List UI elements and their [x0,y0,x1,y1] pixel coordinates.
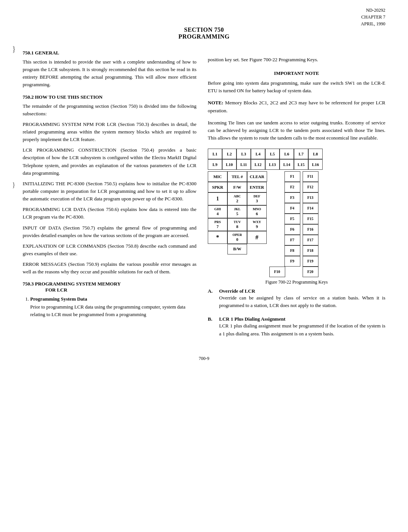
key-L9[interactable]: L9 [208,159,222,170]
section-750-2-body: The remainder of the programming section… [23,102,196,118]
key-MIC[interactable]: MIC [208,171,227,182]
key-F14[interactable]: F14 [303,203,318,214]
key-BW[interactable]: B/W [227,244,247,254]
section-title: SECTION 750 PROGRAMMING [23,26,385,40]
key-TEL[interactable]: TEL # [227,171,247,182]
key-CLEAR[interactable]: CLEAR [247,171,267,182]
key-L7[interactable]: L7 [294,149,308,159]
key-L1[interactable]: L1 [208,149,222,159]
key-F9[interactable]: F9 [284,256,300,267]
key-JKL5[interactable]: JKL 5 [227,205,247,218]
key-F20[interactable]: F20 [303,267,318,277]
keyboard-figure: L1 L2 L3 L4 L5 L6 L7 L8 L9 L10 L11 L12 [208,149,385,285]
key-F6[interactable]: F6 [284,224,300,235]
kb-row-mic: MIC TEL # CLEAR [208,171,267,182]
key-ABC2[interactable]: ABC 2 [227,192,247,205]
key-L14[interactable]: L14 [280,159,294,170]
kb-row-F4: F4 [269,203,300,214]
key-F18[interactable]: F18 [303,245,318,256]
f-keys-column: F1 F2 F3 F4 [269,171,300,277]
key-GHI4[interactable]: GHI 4 [208,205,227,218]
key-star[interactable]: * [208,231,227,244]
key-L6[interactable]: L6 [280,149,294,159]
para-750-4: LCR PROGRAMMING CONSTRUCTION (Section 75… [23,146,196,177]
kb-row-123: 1 ABC 2 DEF 3 [208,192,267,205]
kb-row-F6: F6 [269,224,300,235]
header-line1: ND-20292 [361,7,385,14]
key-ENTER[interactable]: ENTER [247,182,267,192]
section-A: A. Override of LCR Override can be assig… [208,288,385,312]
section-B: B. LCR 1 Plus Dialing Assignment LCR 1 p… [208,316,385,340]
key-F12[interactable]: F12 [303,182,318,192]
key-SPKR[interactable]: SPKR [208,182,227,192]
kb-row-F3: F3 [269,192,300,203]
key-F11[interactable]: F11 [303,171,318,182]
key-F7[interactable]: F7 [284,235,300,245]
spacer-f2 [269,182,284,192]
keyboard-main-area: MIC TEL # CLEAR SPKR F/W ENTER 1 [208,171,385,277]
para-750-8: EXPLANATION OF LCR COMMANDS (Section 750… [23,242,196,257]
para-750-6: PROGRAMMING LCR DATA (Section 750.6) exp… [23,206,196,221]
key-L15[interactable]: L15 [294,159,308,170]
spacer-f7 [269,235,284,245]
kb-row-F5: F5 [269,214,300,224]
key-F4[interactable]: F4 [284,203,300,214]
spacer-f9 [269,256,284,267]
key-hash[interactable]: # [247,231,267,244]
key-F8[interactable]: F8 [284,245,300,256]
right-column: position key set. See Figure 700-22 Prog… [208,45,385,344]
key-spacer-right [247,244,267,254]
note-text: NOTE: Memory Blocks 2C1, 2C2 and 2C3 may… [208,99,385,114]
key-L11[interactable]: L11 [236,159,251,170]
keyboard-row2: L9 L10 L11 L12 L13 L14 L15 L16 [208,159,385,170]
keyboard-main-left: MIC TEL # CLEAR SPKR F/W ENTER 1 [208,171,267,277]
kb-row-F1: F1 [269,171,300,182]
programming-list: Programming System Data Prior to program… [23,295,196,318]
key-WXY9[interactable]: WXY 9 [247,218,267,231]
key-FW[interactable]: F/W [227,182,247,192]
kb-row-bw: B/W [208,244,267,254]
section-750-1-body: This section is intended to provide the … [23,58,196,89]
key-F17[interactable]: F17 [303,235,318,245]
key-L4[interactable]: L4 [251,149,265,159]
key-F10[interactable]: F10 [269,267,285,277]
spacer-f10b [285,267,290,277]
key-L2[interactable]: L2 [222,149,236,159]
key-F5[interactable]: F5 [284,214,300,224]
key-F15[interactable]: F15 [303,214,318,224]
key-L16[interactable]: L16 [308,159,323,170]
key-L5[interactable]: L5 [265,149,280,159]
header-line2: CHAPTER 7 [361,14,385,20]
key-L13[interactable]: L13 [265,159,280,170]
key-1[interactable]: 1 [208,192,227,205]
key-L3[interactable]: L3 [236,149,251,159]
header-line3: APRIL, 1990 [361,20,385,27]
spacer-f5 [269,214,284,224]
keyboard-row1: L1 L2 L3 L4 L5 L6 L7 L8 [208,149,385,159]
key-spacer-left [208,244,227,254]
key-TUV8[interactable]: TUV 8 [227,218,247,231]
section-750-1-heading: 750.1 GENERAL [23,50,196,56]
key-OPER0[interactable]: OPER 0 [227,231,247,244]
key-L12[interactable]: L12 [251,159,265,170]
key-L10[interactable]: L10 [222,159,236,170]
key-L8[interactable]: L8 [308,149,323,159]
key-F1[interactable]: F1 [284,171,300,182]
keyboard-top-rows: L1 L2 L3 L4 L5 L6 L7 L8 L9 L10 L11 L12 [208,149,385,170]
key-F16[interactable]: F16 [303,224,318,235]
key-F3[interactable]: F3 [284,192,300,203]
kb-row-spkr: SPKR F/W ENTER [208,182,267,192]
keyboard-right-fkeys: F11 F12 F13 F14 F15 F16 F17 F18 F19 F20 [303,171,318,277]
spacer-f6 [269,224,284,235]
key-F19[interactable]: F19 [303,256,318,267]
bracket-marker: } [12,45,16,53]
key-F13[interactable]: F13 [303,192,318,203]
page-number: 700-9 [23,356,385,361]
section-A-heading: Override of LCR [219,288,255,294]
kb-row-F10: F10 [269,267,300,277]
key-MNO6[interactable]: MNO 6 [247,205,267,218]
kb-row-star0hash: * OPER 0 # [208,231,267,244]
key-F2[interactable]: F2 [284,182,300,192]
key-DEF3[interactable]: DEF 3 [247,192,267,205]
key-PRS7[interactable]: PRS 7 [208,218,227,231]
